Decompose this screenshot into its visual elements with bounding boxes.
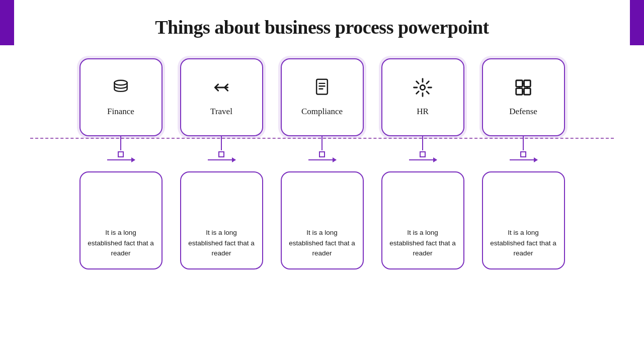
bottom-card-defense: It is a long established fact that a rea… (482, 171, 565, 269)
corner-accent-right (630, 0, 644, 45)
desc-compliance: It is a long established fact that a rea… (289, 228, 356, 258)
v-line-top-hr (422, 136, 423, 150)
h-arrow-hr (409, 159, 437, 160)
desc-travel: It is a long established fact that a rea… (188, 228, 255, 258)
h-arrow-travel (208, 159, 235, 160)
top-card-compliance: Compliance (281, 58, 364, 136)
compliance-label: Compliance (301, 107, 343, 117)
svg-rect-7 (516, 80, 523, 87)
v-arrow-hr (409, 159, 437, 160)
column-travel: Travel It is a long established fact tha… (171, 58, 272, 269)
svg-rect-10 (524, 88, 531, 95)
bottom-card-hr: It is a long established fact that a rea… (381, 171, 464, 269)
v-square-hr (420, 151, 426, 157)
top-card-hr: HR (381, 58, 464, 136)
defense-icon (514, 78, 533, 102)
v-arrow-compliance (308, 159, 336, 160)
v-connector-travel (208, 136, 235, 171)
page-title: Things about business process powerpoint (0, 0, 644, 38)
column-compliance: Compliance It is a long established fact… (272, 58, 372, 269)
svg-rect-8 (524, 80, 531, 87)
top-card-travel: Travel (180, 58, 263, 136)
columns-wrapper: Finance It is a long established fact th… (0, 58, 644, 269)
finance-label: Finance (107, 107, 134, 117)
travel-icon (212, 78, 231, 102)
h-arrow-defense (510, 159, 537, 160)
svg-rect-9 (516, 88, 523, 95)
v-square-finance (118, 151, 124, 157)
v-line-top-compliance (321, 136, 323, 150)
hr-icon (413, 78, 432, 102)
defense-label: Defense (509, 107, 537, 117)
v-square-defense (520, 151, 526, 157)
svg-point-6 (420, 85, 425, 90)
svg-point-0 (114, 80, 127, 85)
desc-defense: It is a long established fact that a rea… (490, 228, 557, 258)
v-square-travel (218, 151, 224, 157)
top-card-finance: Finance (79, 58, 163, 136)
v-arrow-finance (107, 159, 135, 160)
v-line-top-defense (523, 136, 524, 150)
v-arrow-travel (208, 159, 235, 160)
v-square-compliance (319, 151, 325, 157)
h-arrow-compliance (308, 159, 336, 160)
bottom-card-travel: It is a long established fact that a rea… (180, 171, 263, 269)
compliance-icon (313, 78, 331, 102)
desc-hr: It is a long established fact that a rea… (389, 228, 456, 258)
desc-finance: It is a long established fact that a rea… (88, 228, 154, 258)
v-arrow-defense (510, 159, 537, 160)
top-card-defense: Defense (482, 58, 565, 136)
finance-icon (111, 78, 130, 102)
diagram-area: Finance It is a long established fact th… (0, 58, 644, 300)
corner-accent-left (0, 0, 14, 45)
travel-label: Travel (210, 107, 232, 117)
v-connector-finance (107, 136, 135, 171)
v-connector-compliance (308, 136, 336, 171)
bottom-card-finance: It is a long established fact that a rea… (79, 171, 163, 269)
v-line-top-travel (221, 136, 222, 150)
column-defense: Defense It is a long established fact th… (473, 58, 574, 269)
column-hr: HR It is a long established fact that a … (372, 58, 473, 269)
v-line-top-finance (120, 136, 121, 150)
svg-rect-1 (316, 79, 328, 95)
hr-label: HR (417, 107, 429, 117)
h-arrow-finance (107, 159, 135, 160)
v-connector-hr (409, 136, 437, 171)
v-connector-defense (510, 136, 537, 171)
column-finance: Finance It is a long established fact th… (70, 58, 171, 269)
bottom-card-compliance: It is a long established fact that a rea… (281, 171, 364, 269)
